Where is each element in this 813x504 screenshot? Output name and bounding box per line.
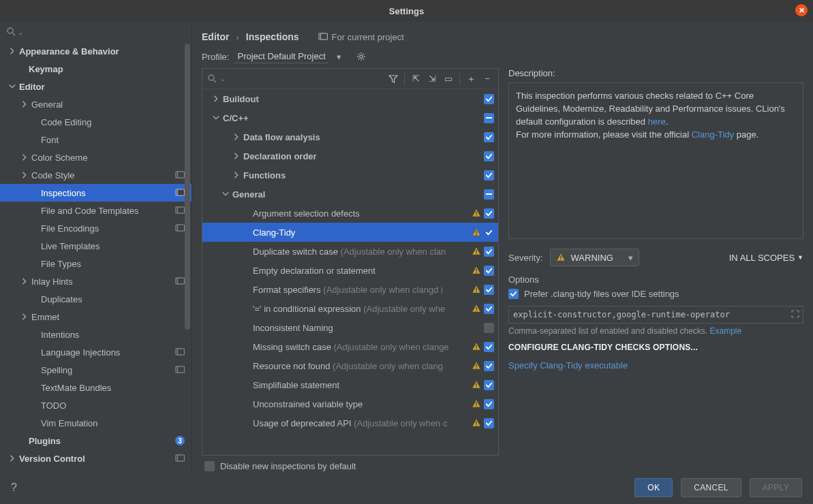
checks-input[interactable]: explicit-constructor,google-runtime-oper…: [508, 306, 803, 324]
inspection-row[interactable]: Unconstrained variable type: [202, 394, 498, 413]
configure-checks-link[interactable]: CONFIGURE CLANG-TIDY CHECKS OPTIONS...: [508, 343, 803, 352]
chevron-down-icon[interactable]: ▾: [337, 52, 341, 62]
sidebar-item-duplicates[interactable]: Duplicates: [0, 290, 191, 308]
warning-icon: [472, 266, 481, 275]
severity-label: Severity:: [508, 253, 543, 263]
collapse-all-button[interactable]: ⇲: [427, 74, 438, 84]
prefer-clang-tidy-files-checkbox[interactable]: [508, 289, 519, 299]
inspection-checkbox[interactable]: [484, 132, 494, 142]
sidebar-item-intentions[interactable]: Intentions: [0, 326, 191, 343]
description-here-link[interactable]: here: [648, 116, 666, 127]
inspection-checkbox[interactable]: [484, 266, 494, 276]
inspection-row[interactable]: C/C++: [202, 108, 498, 127]
severity-select[interactable]: WARNING ▾: [550, 249, 639, 266]
sidebar-item-vim-emulation[interactable]: Vim Emulation: [0, 414, 191, 432]
remove-button[interactable]: −: [482, 74, 493, 84]
profile-settings-button[interactable]: [356, 52, 366, 61]
close-button[interactable]: ✕: [795, 4, 808, 16]
profile-dropdown[interactable]: Project Default Project: [234, 50, 328, 63]
specify-executable-link[interactable]: Specify Clang-Tidy executable: [508, 360, 628, 371]
sidebar-item-label: Spelling: [41, 365, 175, 375]
inspection-checkbox[interactable]: [484, 113, 494, 123]
warning-icon: [472, 399, 481, 409]
inspection-row[interactable]: Inconsistent Naming: [202, 318, 498, 337]
inspection-row[interactable]: General: [202, 185, 498, 204]
inspection-row[interactable]: Simplifiable statement: [202, 375, 498, 394]
inspection-checkbox[interactable]: [484, 227, 494, 238]
sidebar-item-version-control[interactable]: Version Control: [0, 450, 191, 467]
inspection-checkbox[interactable]: [484, 189, 494, 200]
filter-button[interactable]: [388, 74, 399, 84]
sidebar-item-plugins[interactable]: Plugins3: [0, 432, 191, 450]
inspection-row[interactable]: Declaration order: [202, 146, 498, 166]
scope-select[interactable]: IN ALL SCOPES ▼: [729, 253, 803, 263]
inspection-checkbox[interactable]: [484, 94, 494, 104]
sidebar-item-language-injections[interactable]: Language Injections: [0, 343, 191, 361]
inspection-row[interactable]: Argument selection defects: [202, 204, 498, 223]
inspection-row[interactable]: Resource not found (Adjustable only when…: [202, 356, 498, 375]
inspection-checkbox[interactable]: [484, 323, 494, 333]
expand-icon[interactable]: [791, 309, 800, 319]
sidebar-item-spelling[interactable]: Spelling: [0, 361, 191, 379]
inspection-checkbox[interactable]: [484, 399, 494, 409]
disable-new-inspections-label: Disable new inspections by default: [220, 461, 356, 471]
sidebar-item-file-and-code-templates[interactable]: File and Code Templates: [0, 202, 191, 219]
sidebar-item-keymap[interactable]: Keymap: [0, 60, 191, 78]
sidebar-item-todo[interactable]: TODO: [0, 396, 191, 414]
profile-label: Profile:: [202, 52, 229, 62]
sidebar-item-file-types[interactable]: File Types: [0, 255, 191, 272]
ok-button[interactable]: OK: [634, 478, 673, 497]
breadcrumb: Editor › Inspections For current project: [202, 29, 803, 45]
chevron-right-icon: [20, 313, 29, 321]
inspection-checkbox[interactable]: [484, 285, 494, 295]
inspection-checkbox[interactable]: [484, 304, 494, 314]
sidebar-item-inlay-hints[interactable]: Inlay Hints: [0, 272, 191, 290]
inspection-checkbox[interactable]: [484, 380, 494, 390]
sidebar-item-code-editing[interactable]: Code Editing: [0, 113, 191, 131]
inspection-row[interactable]: Duplicate switch case (Adjustable only w…: [202, 242, 498, 261]
inspection-row[interactable]: '=' in conditional expression (Adjustabl…: [202, 299, 498, 318]
scrollbar-thumb[interactable]: [185, 44, 190, 330]
inspections-tree[interactable]: BuildoutC/C++Data flow analysisDeclarati…: [202, 89, 498, 455]
inspection-row[interactable]: Functions: [202, 166, 498, 185]
sidebar-item-code-style[interactable]: Code Style: [0, 166, 191, 184]
sidebar-item-emmet[interactable]: Emmet: [0, 308, 191, 326]
inspection-row[interactable]: Data flow analysis: [202, 127, 498, 146]
sidebar-item-inspections[interactable]: Inspections: [0, 184, 191, 202]
expand-all-button[interactable]: ⇱: [410, 74, 421, 84]
tree-search[interactable]: ⌄: [208, 74, 382, 84]
sidebar-item-file-encodings[interactable]: File Encodings: [0, 219, 191, 237]
sidebar-item-color-scheme[interactable]: Color Scheme: [0, 148, 191, 166]
inspection-checkbox[interactable]: [484, 208, 494, 219]
checks-example-link[interactable]: Example: [710, 326, 742, 336]
group-button[interactable]: ▭: [443, 74, 454, 84]
sidebar-item-textmate-bundles[interactable]: TextMate Bundles: [0, 379, 191, 396]
inspection-row[interactable]: Usage of deprecated API (Adjustable only…: [202, 413, 498, 432]
sidebar-item-editor[interactable]: Editor: [0, 78, 191, 95]
sidebar-item-general[interactable]: General: [0, 95, 191, 113]
inspection-checkbox[interactable]: [484, 170, 494, 180]
inspection-row[interactable]: Buildout: [202, 89, 498, 108]
inspection-row[interactable]: Clang-Tidy: [202, 223, 498, 242]
sidebar-item-live-templates[interactable]: Live Templates: [0, 237, 191, 255]
sidebar-item-font[interactable]: Font: [0, 131, 191, 148]
help-button[interactable]: ?: [11, 482, 27, 494]
inspection-checkbox[interactable]: [484, 247, 494, 257]
inspection-row[interactable]: Missing switch case (Adjustable only whe…: [202, 337, 498, 356]
description-clang-tidy-link[interactable]: Clang-Tidy: [692, 129, 734, 140]
cancel-button[interactable]: CANCEL: [681, 478, 741, 497]
sidebar-search[interactable]: ⌄: [0, 22, 191, 42]
inspection-checkbox[interactable]: [484, 418, 494, 428]
inspection-checkbox[interactable]: [484, 151, 494, 161]
inspection-label: Missing switch case (Adjustable only whe…: [253, 342, 449, 352]
apply-button[interactable]: APPLY: [750, 478, 802, 497]
breadcrumb-editor[interactable]: Editor: [202, 31, 229, 42]
sidebar-item-appearance-behavior[interactable]: Appearance & Behavior: [0, 42, 191, 60]
sidebar-item-label: Editor: [19, 82, 185, 92]
inspection-checkbox[interactable]: [484, 361, 494, 371]
inspection-row[interactable]: Format specifiers (Adjustable only when …: [202, 280, 498, 299]
inspection-checkbox[interactable]: [484, 342, 494, 352]
add-button[interactable]: ＋: [465, 74, 476, 84]
disable-new-inspections-checkbox[interactable]: [204, 461, 215, 471]
inspection-row[interactable]: Empty declaration or statement: [202, 261, 498, 280]
